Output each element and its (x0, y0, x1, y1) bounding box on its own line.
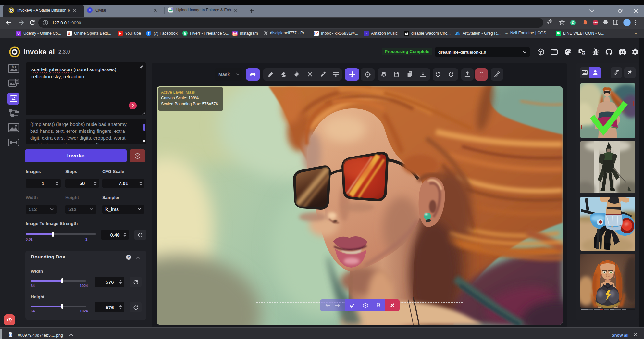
svg-text:文: 文 (582, 52, 585, 55)
svg-text:A: A (12, 65, 14, 69)
